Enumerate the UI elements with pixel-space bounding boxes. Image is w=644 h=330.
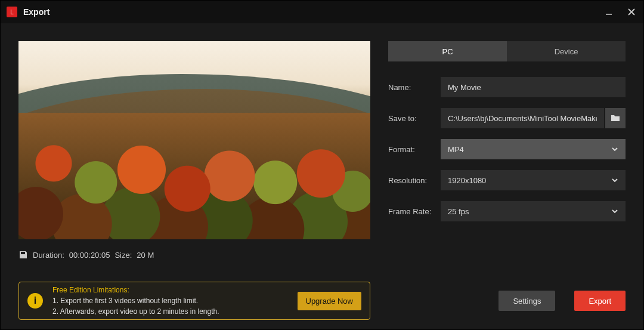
tab-device[interactable]: Device bbox=[507, 41, 626, 61]
upgrade-button[interactable]: Upgrade Now bbox=[298, 292, 362, 310]
tab-pc[interactable]: PC bbox=[388, 41, 507, 61]
limitations-banner: i Free Edition Limitations: 1. Export th… bbox=[18, 282, 370, 320]
export-window: L Export Duration: 00:00:2 bbox=[0, 0, 644, 330]
close-button[interactable] bbox=[626, 6, 637, 18]
limitations-title: Free Edition Limitations: bbox=[52, 285, 288, 295]
chevron-down-icon bbox=[611, 177, 618, 184]
size-label: Size: bbox=[114, 251, 132, 260]
video-meta: Duration: 00:00:20:05 Size: 20 M bbox=[18, 250, 370, 260]
framerate-label: Frame Rate: bbox=[388, 207, 441, 216]
titlebar: L Export bbox=[1, 1, 643, 23]
resolution-value: 1920x1080 bbox=[448, 176, 486, 185]
limitations-line1: 1. Export the first 3 videos without len… bbox=[52, 295, 288, 306]
format-label: Format: bbox=[388, 145, 441, 154]
framerate-select[interactable]: 25 fps bbox=[441, 201, 626, 221]
limitations-line2: 2. Afterwards, export video up to 2 minu… bbox=[52, 306, 288, 317]
format-select[interactable]: MP4 bbox=[441, 139, 626, 159]
resolution-select[interactable]: 1920x1080 bbox=[441, 170, 626, 190]
duration-value: 00:00:20:05 bbox=[69, 251, 110, 260]
chevron-down-icon bbox=[611, 146, 618, 153]
window-title: Export bbox=[23, 7, 603, 17]
video-preview bbox=[18, 41, 370, 239]
format-value: MP4 bbox=[448, 145, 464, 154]
browse-button[interactable] bbox=[605, 108, 626, 128]
app-icon: L bbox=[7, 7, 17, 17]
name-input[interactable] bbox=[441, 77, 626, 97]
duration-label: Duration: bbox=[33, 251, 64, 260]
minimize-button[interactable] bbox=[603, 6, 615, 18]
name-label: Name: bbox=[388, 83, 441, 92]
info-icon: i bbox=[27, 293, 43, 309]
resolution-label: Resolution: bbox=[388, 176, 441, 185]
framerate-value: 25 fps bbox=[448, 207, 469, 216]
size-value: 20 M bbox=[137, 251, 154, 260]
folder-icon bbox=[611, 113, 620, 123]
settings-button[interactable]: Settings bbox=[499, 291, 555, 311]
save-icon bbox=[18, 250, 28, 260]
export-button[interactable]: Export bbox=[574, 291, 626, 311]
chevron-down-icon bbox=[611, 208, 618, 215]
saveto-label: Save to: bbox=[388, 114, 441, 123]
export-target-tabs: PC Device bbox=[388, 41, 626, 61]
saveto-input[interactable] bbox=[441, 108, 604, 128]
